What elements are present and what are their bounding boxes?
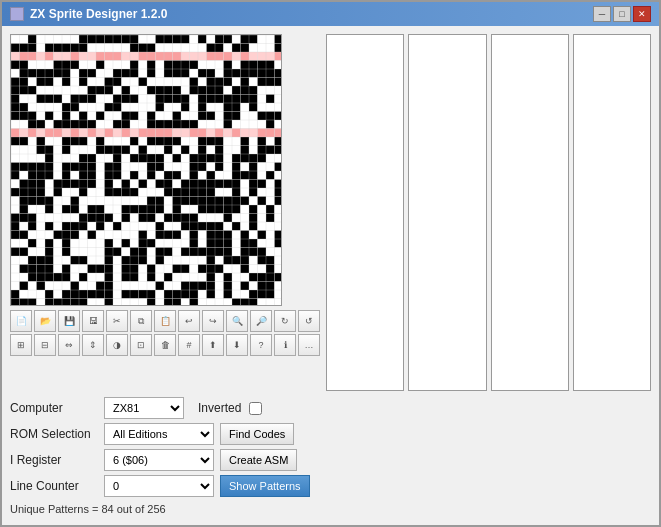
preview-panels: [326, 34, 651, 391]
create-asm-button[interactable]: Create ASM: [220, 449, 297, 471]
new-button[interactable]: 📄: [10, 310, 32, 332]
sprite-canvas[interactable]: [11, 35, 282, 306]
sel-all-button[interactable]: ⊞: [10, 334, 32, 356]
minimize-button[interactable]: ─: [593, 6, 611, 22]
ireg-select[interactable]: 0 ($00) 1 ($01) 2 ($02) 3 ($03) 4 ($04) …: [104, 449, 214, 471]
main-window: ZX Sprite Designer 1.2.0 ─ □ ✕ 📄 📂 💾: [0, 0, 661, 527]
show-patterns-button[interactable]: Show Patterns: [220, 475, 310, 497]
title-bar-left: ZX Sprite Designer 1.2.0: [10, 7, 167, 21]
toolbar-area: 📄 📂 💾 🖫 ✂ ⧉ 📋 ↩ ↪ 🔍 🔎 ↻ ↺: [10, 310, 320, 356]
ireg-row: I Register 0 ($00) 1 ($01) 2 ($02) 3 ($0…: [10, 449, 651, 471]
rom-row: ROM Selection All Editions ZX81 1st ZX81…: [10, 423, 651, 445]
help-button[interactable]: ?: [250, 334, 272, 356]
computer-row: Computer ZX81 ZX80 ZX Spectrum Inverted: [10, 397, 651, 419]
toolbar-row-1: 📄 📂 💾 🖫 ✂ ⧉ 📋 ↩ ↪ 🔍 🔎 ↻ ↺: [10, 310, 320, 332]
sprite-grid[interactable]: [10, 34, 282, 306]
content-area: 📄 📂 💾 🖫 ✂ ⧉ 📋 ↩ ↪ 🔍 🔎 ↻ ↺: [2, 26, 659, 525]
ireg-label: I Register: [10, 453, 98, 467]
export-button[interactable]: ⬆: [202, 334, 224, 356]
rom-select[interactable]: All Editions ZX81 1st ZX81 2nd ZX Spectr…: [104, 423, 214, 445]
about-button[interactable]: ℹ: [274, 334, 296, 356]
undo-button[interactable]: ↩: [178, 310, 200, 332]
close-button[interactable]: ✕: [633, 6, 651, 22]
sprite-canvas-area: 📄 📂 💾 🖫 ✂ ⧉ 📋 ↩ ↪ 🔍 🔎 ↻ ↺: [10, 34, 320, 391]
inverted-label: Inverted: [198, 401, 241, 415]
import-button[interactable]: ⬇: [226, 334, 248, 356]
invert-button[interactable]: ◑: [106, 334, 128, 356]
maximize-button[interactable]: □: [613, 6, 631, 22]
find-codes-button[interactable]: Find Codes: [220, 423, 294, 445]
flip-v-button[interactable]: ⇕: [82, 334, 104, 356]
computer-label: Computer: [10, 401, 98, 415]
paste-button[interactable]: 📋: [154, 310, 176, 332]
redo-button[interactable]: ↪: [202, 310, 224, 332]
zoom-out-button[interactable]: 🔎: [250, 310, 272, 332]
preview-panel-4: [573, 34, 651, 391]
title-bar: ZX Sprite Designer 1.2.0 ─ □ ✕: [2, 2, 659, 26]
zoom-in-button[interactable]: 🔍: [226, 310, 248, 332]
main-area: 📄 📂 💾 🖫 ✂ ⧉ 📋 ↩ ↪ 🔍 🔎 ↻ ↺: [10, 34, 651, 391]
linecounter-select[interactable]: 0 1 2 3 4 5: [104, 475, 214, 497]
linecounter-label: Line Counter: [10, 479, 98, 493]
desel-button[interactable]: ⊟: [34, 334, 56, 356]
status-text: Unique Patterns = 84 out of 256: [10, 503, 166, 515]
saveas-button[interactable]: 🖫: [82, 310, 104, 332]
toolbar-row-2: ⊞ ⊟ ⇔ ⇕ ◑ ⊡ 🗑 # ⬆ ⬇ ? ℹ …: [10, 334, 320, 356]
controls-section: Computer ZX81 ZX80 ZX Spectrum Inverted …: [10, 397, 651, 517]
preview-panel-3: [491, 34, 569, 391]
extra-button[interactable]: …: [298, 334, 320, 356]
rot-ccw-button[interactable]: ↺: [298, 310, 320, 332]
cut-button[interactable]: ✂: [106, 310, 128, 332]
window-title: ZX Sprite Designer 1.2.0: [30, 7, 167, 21]
rom-label: ROM Selection: [10, 427, 98, 441]
preview-panel-1: [326, 34, 404, 391]
flip-h-button[interactable]: ⇔: [58, 334, 80, 356]
computer-select[interactable]: ZX81 ZX80 ZX Spectrum: [104, 397, 184, 419]
open-button[interactable]: 📂: [34, 310, 56, 332]
mirror-button[interactable]: ⊡: [130, 334, 152, 356]
clear-button[interactable]: 🗑: [154, 334, 176, 356]
save-button[interactable]: 💾: [58, 310, 80, 332]
linecounter-row: Line Counter 0 1 2 3 4 5 Show Patterns: [10, 475, 651, 497]
title-buttons: ─ □ ✕: [593, 6, 651, 22]
rot-cw-button[interactable]: ↻: [274, 310, 296, 332]
app-icon: [10, 7, 24, 21]
preview-panel-2: [408, 34, 486, 391]
status-bar: Unique Patterns = 84 out of 256: [10, 501, 651, 517]
grid-button[interactable]: #: [178, 334, 200, 356]
inverted-checkbox[interactable]: [249, 402, 262, 415]
copy-button[interactable]: ⧉: [130, 310, 152, 332]
